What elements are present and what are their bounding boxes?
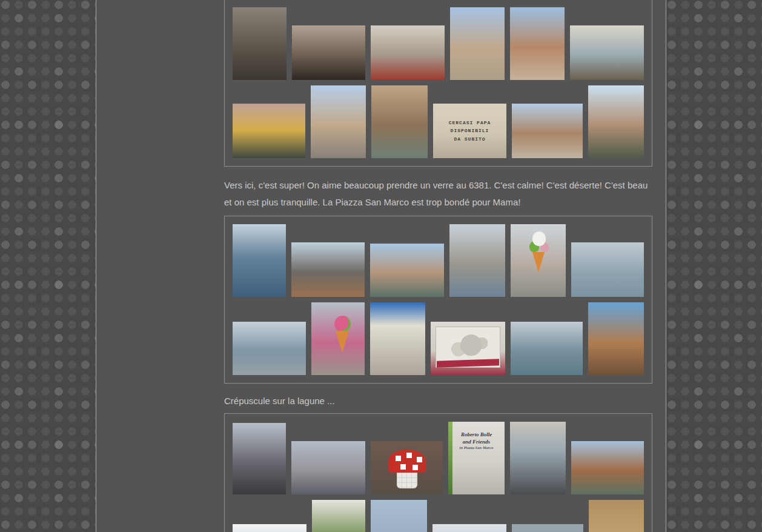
photo-thumbnail[interactable] — [571, 441, 644, 494]
photo-thumbnail[interactable] — [570, 25, 644, 80]
photo-thumbnail[interactable] — [589, 500, 644, 532]
photo-thumbnail[interactable] — [233, 104, 305, 158]
mushroom-overlay — [371, 441, 443, 494]
photo-thumbnail[interactable] — [588, 85, 644, 158]
photo-thumbnail[interactable] — [511, 322, 583, 375]
cone-pink-overlay — [311, 302, 365, 375]
photo-thumbnail[interactable] — [292, 25, 365, 80]
gallery-box: CERCASI PAPADISPONIBILIDA SUBITO — [224, 0, 652, 167]
photo-thumbnail[interactable] — [291, 441, 365, 494]
gallery-box: Roberto Bolleand Friendsin Piazza San Ma… — [224, 413, 652, 532]
photo-thumbnail[interactable] — [371, 25, 445, 80]
gallery-row — [233, 7, 644, 80]
photo-thumbnail[interactable] — [571, 242, 644, 297]
gallery-row — [233, 500, 644, 532]
page-background: { "theme": { "outer_bg": "#484848", "con… — [0, 0, 762, 532]
photo-thumbnail[interactable] — [449, 224, 505, 297]
map-overlay — [431, 322, 505, 375]
photo-thumbnail[interactable] — [371, 441, 443, 494]
post-paragraph: Crépuscule sur la lagune ... — [224, 393, 652, 410]
photo-thumbnail[interactable] — [512, 104, 583, 158]
photo-thumbnail[interactable] — [370, 302, 425, 375]
gallery-row — [233, 224, 644, 297]
photo-thumbnail[interactable] — [371, 85, 428, 158]
photo-thumbnail[interactable] — [233, 524, 306, 532]
photo-thumbnail[interactable] — [510, 7, 565, 80]
photo-thumbnail[interactable] — [431, 322, 505, 375]
photo-thumbnail[interactable] — [588, 302, 644, 375]
gallery-row: CERCASI PAPADISPONIBILIDA SUBITO — [233, 85, 644, 158]
photo-thumbnail[interactable] — [291, 242, 365, 297]
photo-thumbnail[interactable]: Roberto Bolleand Friendsin Piazza San Ma… — [448, 422, 505, 494]
photo-thumbnail[interactable] — [450, 7, 505, 80]
photo-thumbnail[interactable] — [511, 224, 566, 297]
photo-thumbnail[interactable] — [371, 500, 427, 532]
photo-thumbnail[interactable] — [233, 322, 306, 375]
cone-white-overlay — [511, 224, 566, 297]
photo-thumbnail[interactable] — [233, 224, 286, 297]
photo-thumbnail[interactable] — [312, 500, 365, 532]
photo-thumbnail[interactable] — [432, 524, 506, 532]
photo-thumbnail[interactable] — [370, 244, 444, 297]
photo-thumbnail[interactable] — [233, 7, 287, 80]
photo-thumbnail[interactable] — [233, 423, 286, 494]
photo-thumbnail[interactable] — [510, 422, 566, 494]
poster-overlay: Roberto Bolleand Friendsin Piazza San Ma… — [448, 422, 505, 494]
photo-thumbnail[interactable] — [311, 85, 366, 158]
photo-thumbnail[interactable] — [311, 302, 365, 375]
content-column: CERCASI PAPADISPONIBILIDA SUBITO Vers ic… — [96, 0, 666, 532]
photo-thumbnail[interactable] — [512, 524, 583, 532]
post-paragraph: Vers ici, c'est super! On aime beaucoup … — [224, 177, 652, 211]
sign-overlay: CERCASI PAPADISPONIBILIDA SUBITO — [433, 104, 506, 158]
gallery-row: Roberto Bolleand Friendsin Piazza San Ma… — [233, 422, 644, 494]
gallery-box — [224, 216, 652, 384]
photo-thumbnail[interactable]: CERCASI PAPADISPONIBILIDA SUBITO — [433, 104, 506, 158]
blog-post: CERCASI PAPADISPONIBILIDA SUBITO Vers ic… — [224, 0, 652, 532]
gallery-row — [233, 302, 644, 375]
